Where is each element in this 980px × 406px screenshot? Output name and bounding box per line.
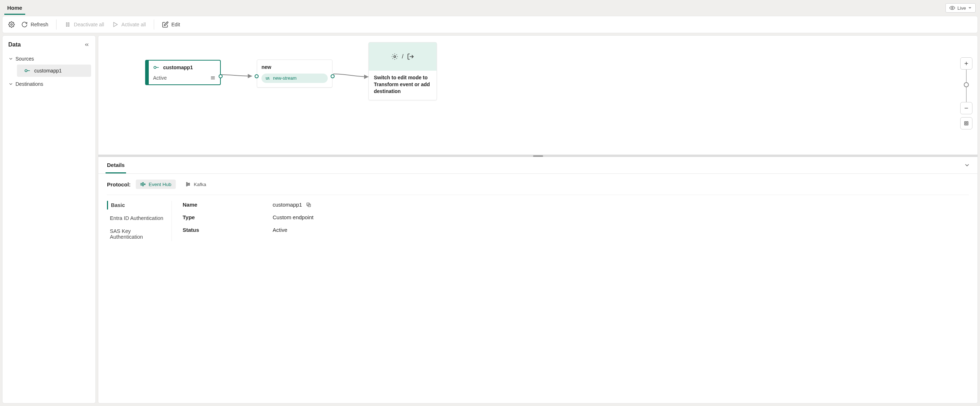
live-label: Live xyxy=(957,5,966,11)
chevron-down-icon xyxy=(8,56,13,61)
stream-name: new-stream xyxy=(273,76,296,81)
kv-status-val: Active xyxy=(273,227,287,233)
edit-button[interactable]: Edit xyxy=(159,19,184,30)
sidebar-title: Data xyxy=(8,42,21,48)
output-icon xyxy=(407,53,414,60)
stream-title: new xyxy=(261,64,328,70)
svg-point-1 xyxy=(11,24,13,26)
svg-point-7 xyxy=(154,66,156,69)
canvas-zoom-controls xyxy=(960,58,972,129)
menu-icon[interactable] xyxy=(210,75,216,81)
zoom-out-button[interactable] xyxy=(960,102,972,114)
kv-name-val: customapp1 xyxy=(273,201,302,208)
nav-entra-auth[interactable]: Entra ID Authentication xyxy=(107,214,167,222)
edit-label: Edit xyxy=(172,22,180,27)
gear-icon xyxy=(8,21,15,28)
eventhub-icon xyxy=(140,181,146,187)
settings-button[interactable] xyxy=(6,19,17,30)
protocol-row: Protocol: Event Hub Kafka xyxy=(107,179,969,189)
tree-sources[interactable]: Sources xyxy=(5,53,92,64)
plus-icon xyxy=(963,61,969,66)
fit-view-button[interactable] xyxy=(960,117,972,129)
activate-all-button[interactable]: Activate all xyxy=(108,19,150,30)
refresh-button[interactable]: Refresh xyxy=(18,19,52,30)
details-left-nav: Basic Entra ID Authentication SAS Key Au… xyxy=(107,201,172,241)
resize-grip xyxy=(533,155,543,157)
caret-down-icon xyxy=(968,6,972,10)
collapse-panel-icon[interactable] xyxy=(964,162,970,168)
node-status: Active xyxy=(153,75,167,81)
input-port[interactable] xyxy=(255,74,259,78)
edge-source-to-stream xyxy=(219,72,255,79)
endpoint-icon xyxy=(153,64,159,71)
output-port[interactable] xyxy=(331,74,334,78)
stream-tag[interactable]: new-stream xyxy=(261,74,328,83)
kv-type-key: Type xyxy=(183,214,273,220)
svg-rect-19 xyxy=(141,183,142,185)
kv-type-val: Custom endpoint xyxy=(273,214,313,220)
fit-icon xyxy=(963,120,969,126)
svg-point-26 xyxy=(189,185,190,186)
svg-point-24 xyxy=(186,185,187,186)
refresh-icon xyxy=(21,21,28,28)
svg-point-23 xyxy=(186,184,187,185)
kv-status-key: Status xyxy=(183,227,273,233)
svg-point-5 xyxy=(25,70,27,72)
transform-icon xyxy=(391,53,398,60)
node-title: customapp1 xyxy=(163,64,192,70)
tab-home[interactable]: Home xyxy=(4,1,25,15)
sidebar-item-label: customapp1 xyxy=(34,68,62,74)
tree-destinations[interactable]: Destinations xyxy=(5,78,92,90)
protocol-kafka[interactable]: Kafka xyxy=(181,179,211,189)
svg-rect-21 xyxy=(144,184,145,185)
collapse-sidebar-icon[interactable] xyxy=(84,42,90,48)
edge-stream-to-dest xyxy=(332,72,370,79)
protocol-event-hub[interactable]: Event Hub xyxy=(136,179,176,189)
toolbar: Refresh Deactivate all Activate all Edit xyxy=(2,16,978,33)
play-icon xyxy=(112,21,118,28)
sources-label: Sources xyxy=(16,56,34,62)
live-mode-dropdown[interactable]: Live xyxy=(945,3,976,13)
node-destination-placeholder[interactable]: / Switch to edit mode to Transform event… xyxy=(368,42,437,100)
deactivate-all-label: Deactivate all xyxy=(74,22,104,27)
kafka-icon xyxy=(185,181,191,187)
eye-icon xyxy=(950,5,955,11)
node-stream-new[interactable]: new new-stream xyxy=(257,59,332,88)
toolbar-separator xyxy=(56,19,57,30)
deactivate-all-button[interactable]: Deactivate all xyxy=(61,19,108,30)
svg-point-22 xyxy=(186,182,187,184)
nav-basic[interactable]: Basic xyxy=(107,201,167,209)
edit-icon xyxy=(162,21,169,28)
svg-point-25 xyxy=(189,183,190,184)
svg-rect-18 xyxy=(966,123,967,124)
panel-resize-handle[interactable] xyxy=(98,155,977,157)
kv-name-key: Name xyxy=(183,201,273,208)
pause-icon xyxy=(64,21,71,28)
node-source-customapp1[interactable]: customapp1 Active xyxy=(145,60,221,85)
stream-icon xyxy=(265,76,270,81)
svg-point-12 xyxy=(394,56,395,58)
zoom-in-button[interactable] xyxy=(960,58,972,70)
details-basic-kv: Name customapp1 Type Custom endpoint Sta… xyxy=(183,201,313,241)
protocol-kafka-label: Kafka xyxy=(194,182,206,187)
protocol-label: Protocol: xyxy=(107,181,131,187)
zoom-slider[interactable] xyxy=(966,70,967,102)
output-port[interactable] xyxy=(219,74,223,78)
nav-sas-auth[interactable]: SAS Key Authentication xyxy=(107,227,167,241)
zoom-slider-thumb[interactable] xyxy=(964,82,969,87)
chevron-down-icon xyxy=(8,82,13,86)
slash-separator: / xyxy=(402,53,403,60)
sidebar-item-customapp1[interactable]: customapp1 xyxy=(17,64,91,77)
svg-line-30 xyxy=(187,185,189,185)
svg-rect-2 xyxy=(66,23,67,27)
svg-rect-17 xyxy=(964,121,968,125)
toolbar-separator xyxy=(154,19,154,30)
svg-point-0 xyxy=(951,7,953,9)
copy-icon[interactable] xyxy=(306,202,312,208)
tab-details[interactable]: Details xyxy=(105,157,126,173)
details-panel: Details Protocol: Event Hub Kafka xyxy=(98,157,977,403)
content-area: customapp1 Active new new-stream xyxy=(98,35,978,403)
pipeline-canvas[interactable]: customapp1 Active new new-stream xyxy=(98,36,977,155)
svg-rect-20 xyxy=(143,182,144,186)
minus-icon xyxy=(963,105,969,111)
